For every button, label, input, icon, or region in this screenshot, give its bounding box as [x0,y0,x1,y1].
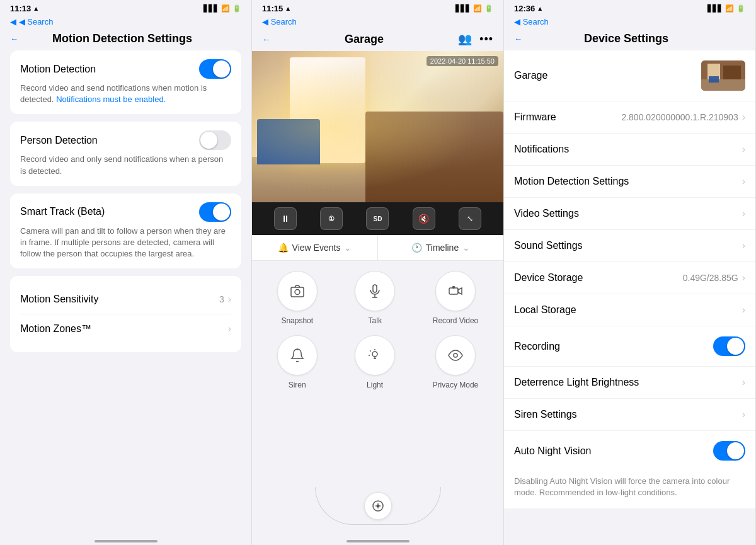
timeline-chevron: ⌄ [462,243,470,253]
mute-button[interactable]: 🔇 [413,207,435,230]
motion-sensitivity-chevron: › [228,294,231,305]
person-detection-row: Person Detection [20,130,231,150]
smart-track-setting: Smart Track (Beta) Camera will pan and t… [10,193,241,269]
garage-device-name: Garage [514,70,547,81]
auto-night-vision-toggle[interactable] [713,441,745,461]
person-detection-toggle[interactable] [199,130,231,150]
siren-label: Siren [289,381,306,389]
device-header-row[interactable]: Garage [504,50,755,101]
camera-nav-bar: ← Garage 👥 ••• [252,30,503,51]
battery-icon-3: 🔋 [736,4,745,13]
search-back-1[interactable]: ◀ ◀ Search [0,16,251,30]
record-video-button[interactable]: Record Video [433,271,479,325]
smart-track-desc: Camera will pan and tilt to follow a per… [20,226,231,260]
record-video-icon-circle [435,271,476,311]
firmware-right: 2.800.020000000.1.R.210903 › [621,112,745,123]
motion-zones-chevron: › [228,323,231,335]
signal-icon-2: ▋▋▋ [455,4,471,13]
talk-icon-circle [355,271,395,311]
sound-settings-row[interactable]: Sound Settings › [504,230,755,262]
bell-icon: 🔔 [278,243,289,253]
device-storage-chevron: › [742,272,745,284]
deterrence-light-label: Deterrence Light Brightness [514,377,639,388]
local-storage-row[interactable]: Local Storage › [504,294,755,326]
nav-bar-1: ← Motion Detection Settings [0,30,251,50]
people-icon[interactable]: 👥 [458,32,472,46]
pan-arc [315,487,441,525]
device-settings-scroll: Garage Firmware 2.800.020000000.1.R.2109… [504,50,755,545]
motion-detection-settings-label: Motion Detection Settings [514,176,629,187]
motion-detection-toggle[interactable] [199,59,231,79]
siren-settings-row[interactable]: Siren Settings › [504,399,755,431]
talk-button[interactable]: Talk [355,271,395,325]
status-icons-3: ▋▋▋ 📶 🔋 [707,4,745,13]
status-icons-1: ▋▋▋ 📶 🔋 [203,4,241,13]
motion-sensitivity-row[interactable]: Motion Sensitivity 3 › [20,285,231,314]
back-button-2[interactable]: ← [262,35,270,44]
svg-rect-0 [291,287,304,297]
siren-settings-label: Siren Settings [514,409,577,420]
search-back-3[interactable]: ◀ Search [504,16,755,30]
back-button-3[interactable]: ← [514,34,522,43]
motion-detection-settings-row[interactable]: Motion Detection Settings › [504,166,755,198]
view-events-button[interactable]: 🔔 View Events ⌄ [252,235,378,260]
snapshot-button[interactable]: Snapshot [277,271,318,325]
clock-icon: 🕐 [411,243,422,253]
svg-point-7 [372,352,377,357]
notifications-label: Notifications [514,144,569,155]
actions-row-2: Siren Light [262,335,493,389]
sound-settings-label: Sound Settings [514,240,583,251]
motion-zones-row[interactable]: Motion Zones™ › [20,314,231,343]
privacy-mode-button[interactable]: Privacy Mode [433,335,479,389]
device-settings-panel: 12:36 ▲ ▋▋▋ 📶 🔋 ◀ Search ← Device Settin… [504,0,756,545]
recording-toggle[interactable] [713,336,745,356]
svg-point-1 [295,290,300,295]
timeline-button[interactable]: 🕐 Timeline ⌄ [378,235,503,260]
local-storage-label: Local Storage [514,304,576,316]
siren-button[interactable]: Siren [277,335,318,389]
video-settings-row[interactable]: Video Settings › [504,198,755,230]
actions-row-1: Snapshot Talk [262,271,493,325]
device-storage-row[interactable]: Device Storage 0.49G/28.85G › [504,262,755,294]
notifications-row[interactable]: Notifications › [504,134,755,166]
smart-track-toggle[interactable] [199,202,231,222]
back-button-1[interactable]: ← [10,34,18,43]
status-bar-1: 11:13 ▲ ▋▋▋ 📶 🔋 [0,0,251,16]
garage-camera-panel: 11:15 ▲ ▋▋▋ 📶 🔋 ◀ Search ← Garage 👥 ••• [252,0,504,545]
motion-detection-label: Motion Detection [20,64,96,75]
time-3: 12:36 ▲ [514,4,543,13]
settings-scroll-1: Motion Detection Record video and send n… [0,50,251,530]
camera-feed-bg [252,51,503,202]
back-icon-1: ← [10,34,18,43]
view-events-label: View Events [292,243,341,253]
home-indicator-1 [94,540,158,542]
more-icon[interactable]: ••• [479,33,493,46]
svg-rect-20 [709,76,719,83]
page-title-3: Device Settings [522,32,730,45]
motion-sensitivity-value: 3 [219,294,224,304]
status-bar-2: 11:15 ▲ ▋▋▋ 📶 🔋 [252,0,503,16]
smart-track-label: Smart Track (Beta) [20,206,105,217]
timeline-label: Timeline [426,243,459,253]
fullscreen-button[interactable]: ⤡ [459,207,481,230]
pan-control-button[interactable] [364,492,392,520]
deterrence-light-row[interactable]: Deterrence Light Brightness › [504,367,755,399]
light-label: Light [367,381,383,389]
sd-button[interactable]: SD [366,207,389,230]
light-icon-circle [355,335,395,376]
deterrence-light-chevron: › [742,377,745,388]
channel-button[interactable]: ① [320,207,343,230]
toggle-knob-1 [213,60,230,77]
smart-track-row: Smart Track (Beta) [20,202,231,222]
light-button[interactable]: Light [355,335,395,389]
camera-timestamp: 2022-04-20 11:15:50 [427,56,498,66]
firmware-row[interactable]: Firmware 2.800.020000000.1.R.210903 › [504,101,755,134]
clock-3: 12:36 [514,4,535,13]
back-icon-2: ← [262,35,270,44]
camera-feed: 2022-04-20 11:15:50 [252,51,503,202]
night-vision-note: Disabling Auto Night Vision will force t… [504,471,755,508]
notifications-link[interactable]: Notifications must be enabled. [56,95,166,104]
search-back-2[interactable]: ◀ Search [252,16,503,30]
pause-button[interactable]: ⏸ [274,207,297,230]
device-storage-value: 0.49G/28.85G [683,273,738,283]
